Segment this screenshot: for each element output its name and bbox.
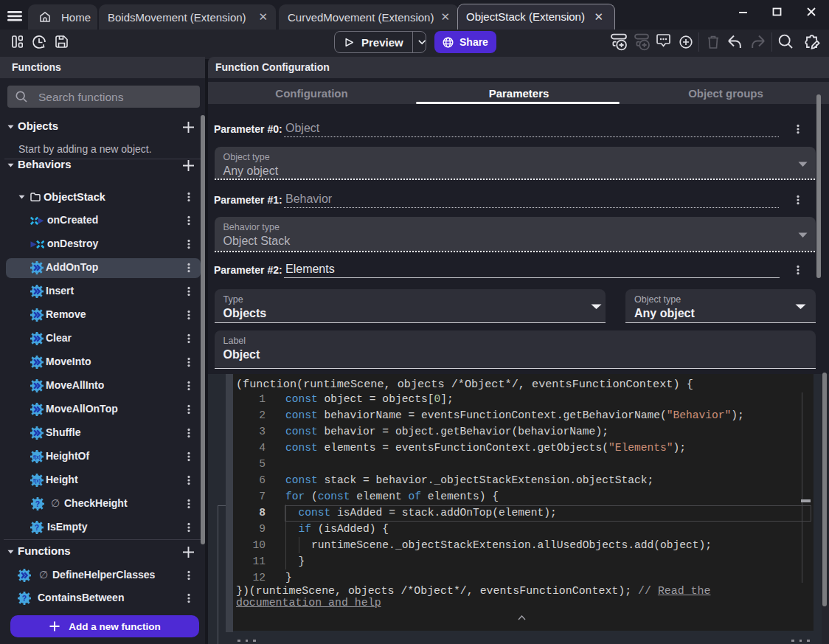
svg-text:f(x): f(x): [33, 454, 41, 460]
svg-text:?: ?: [35, 523, 39, 532]
svg-text:?: ?: [22, 594, 27, 603]
svg-text:?: ?: [35, 499, 40, 508]
svg-text:f(x): f(x): [33, 478, 41, 484]
